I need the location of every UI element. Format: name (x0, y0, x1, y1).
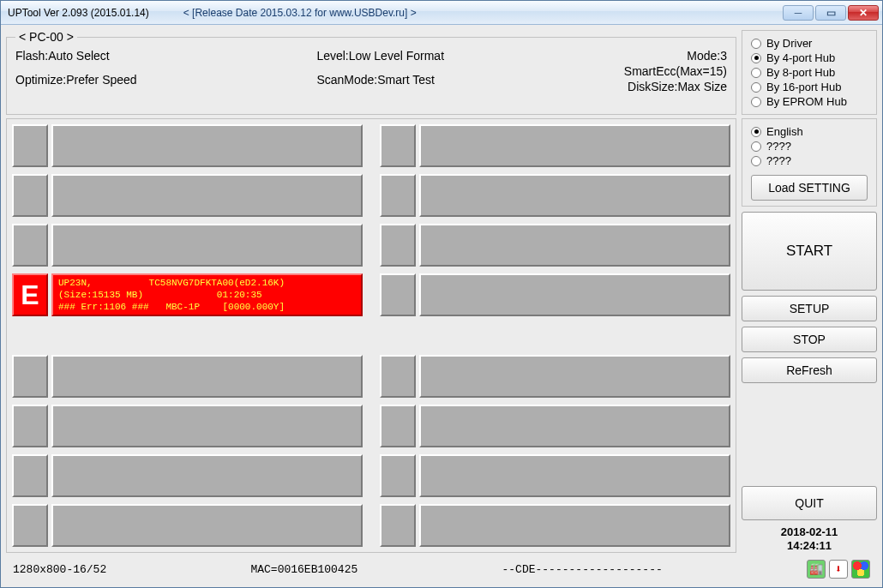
device-slot[interactable] (12, 454, 363, 497)
date-value: 2018-02-11 (742, 525, 877, 539)
slot-body (51, 174, 363, 217)
refresh-button[interactable]: ReFresh (742, 357, 877, 383)
slot-body: UP23N, TC58NVG7DFKTA00(eD2.16K) (Size:15… (51, 273, 363, 316)
hub-option-2[interactable]: By 8-port Hub (751, 65, 868, 80)
radio-icon (751, 53, 761, 63)
slot-body (51, 224, 363, 267)
info-legend: < PC-00 > (15, 30, 77, 44)
hub-option-label: By EPROM Hub (766, 95, 847, 108)
device-slot[interactable]: EUP23N, TC58NVG7DFKTA00(eD2.16K) (Size:1… (12, 273, 363, 316)
slot-body (51, 454, 363, 497)
slot-tag (380, 174, 416, 217)
radio-icon (751, 127, 761, 137)
device-slot[interactable] (380, 405, 730, 447)
slot-tag (380, 124, 416, 167)
device-slot[interactable] (12, 224, 363, 267)
device-slot[interactable] (12, 355, 363, 398)
slot-tag (12, 454, 48, 497)
device-slot[interactable] (380, 124, 730, 167)
device-slot[interactable] (12, 504, 363, 547)
app-subtitle: < [Release Date 2015.03.12 for www.USBDe… (183, 7, 417, 19)
minimize-button[interactable]: ─ (783, 5, 814, 21)
disksize-label: DiskSize: (628, 80, 677, 93)
hub-option-1[interactable]: By 4-port Hub (751, 51, 868, 65)
setup-button[interactable]: SETUP (742, 296, 877, 321)
slot-body (51, 405, 363, 447)
lang-option-2[interactable]: ???? (751, 153, 868, 168)
load-setting-button[interactable]: Load SETTING (751, 175, 868, 201)
stop-button[interactable]: STOP (742, 327, 877, 352)
lang-option-label: ???? (766, 154, 791, 167)
optimize-value: Prefer Speed (66, 73, 137, 87)
lang-option-0[interactable]: English (751, 124, 868, 139)
device-slot[interactable] (380, 355, 730, 398)
palette-icon[interactable] (851, 560, 870, 579)
optimize-label: Optimize: (15, 73, 66, 87)
slot-tag (380, 355, 416, 398)
hub-option-4[interactable]: By EPROM Hub (751, 94, 868, 109)
hub-option-label: By Driver (766, 37, 812, 50)
disksize-value: Max Size (677, 80, 727, 93)
device-slot[interactable] (380, 454, 730, 497)
hub-mode-panel: By DriverBy 4-port HubBy 8-port HubBy 16… (742, 30, 877, 115)
device-slot[interactable] (12, 174, 363, 217)
app-window: UPTool Ver 2.093 (2015.01.14) < [Release… (0, 0, 883, 588)
device-slot[interactable] (12, 124, 363, 167)
slot-body (419, 504, 730, 547)
radio-icon (751, 82, 761, 93)
maximize-button[interactable]: ▭ (815, 5, 846, 21)
hub-option-label: By 16-port Hub (766, 81, 841, 93)
slot-body (419, 355, 730, 398)
level-label: Level: (316, 49, 348, 63)
slot-body (51, 124, 363, 167)
device-slot[interactable] (380, 273, 730, 316)
mode-label: Mode: (687, 49, 720, 63)
slot-tag: E (12, 273, 48, 316)
status-bar: 1280x800-16/52 MAC=0016EB100425 --CDE---… (6, 556, 877, 582)
level-value: Low Level Format (349, 49, 444, 63)
quit-button[interactable]: QUIT (742, 486, 877, 520)
slots-panel: EUP23N, TC58NVG7DFKTA00(eD2.16K) (Size:1… (6, 118, 736, 553)
radio-icon (751, 68, 761, 78)
time-value: 14:24:11 (742, 539, 877, 553)
slot-body (419, 273, 730, 316)
radio-icon (751, 39, 761, 49)
lang-option-1[interactable]: ???? (751, 139, 868, 153)
slot-body (51, 504, 363, 547)
hub-option-3[interactable]: By 16-port Hub (751, 80, 868, 94)
slot-body (419, 454, 730, 497)
scanmode-value: Smart Test (377, 73, 435, 87)
radio-icon (751, 141, 761, 152)
radio-icon (751, 97, 761, 107)
status-resolution: 1280x800-16/52 (13, 563, 106, 576)
flash-value: Auto Select (48, 49, 110, 63)
slot-tag (380, 504, 416, 547)
hub-option-0[interactable]: By Driver (751, 36, 868, 51)
datetime-display: 2018-02-11 14:24:11 (742, 525, 877, 553)
slot-tag (380, 224, 416, 267)
slot-tag (12, 504, 48, 547)
slot-tag (12, 174, 48, 217)
slot-tag (12, 224, 48, 267)
slot-body (419, 224, 730, 267)
slot-body (419, 405, 730, 447)
download-icon[interactable]: ⬇ (829, 560, 848, 579)
titlebar: UPTool Ver 2.093 (2015.01.14) < [Release… (1, 1, 882, 25)
lang-option-label: ???? (766, 140, 791, 153)
slot-tag (12, 355, 48, 398)
close-button[interactable]: ✕ (848, 5, 879, 21)
start-button[interactable]: START (742, 212, 877, 291)
factory-icon[interactable]: 🏭 (807, 560, 826, 579)
device-slot[interactable] (380, 174, 730, 217)
device-slot[interactable] (12, 405, 363, 447)
info-panel: < PC-00 > Flash:Auto Select Optimize:Pre… (6, 30, 736, 115)
status-mac: MAC=0016EB100425 (250, 563, 357, 576)
slot-tag (380, 273, 416, 316)
slot-body (419, 174, 730, 217)
lang-option-label: English (766, 125, 803, 138)
slot-tag (380, 405, 416, 447)
device-slot[interactable] (380, 504, 730, 547)
status-cde: --CDE------------------- (502, 563, 663, 576)
device-slot[interactable] (380, 224, 730, 267)
client-area: < PC-00 > Flash:Auto Select Optimize:Pre… (1, 25, 882, 587)
